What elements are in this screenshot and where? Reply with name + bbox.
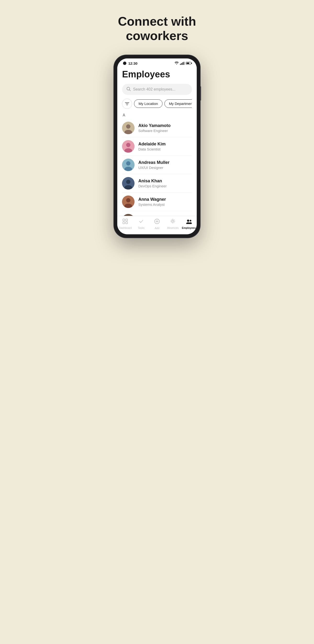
filter-my-location[interactable]: My Location (134, 100, 163, 108)
employee-item-adelaide-kim[interactable]: Adelaide Kim Data Scientist (122, 137, 192, 156)
nav-label-employees: Employees (182, 226, 196, 229)
avatar-andreas-muller (122, 158, 134, 171)
signal-icon (180, 62, 184, 65)
camera-dot (123, 62, 126, 65)
svg-line-1 (129, 90, 130, 91)
status-left: 12:30 (123, 61, 137, 66)
tasks-icon (139, 219, 144, 226)
employee-item-akio-yamamoto[interactable]: Akio Yamamoto Software Engineer (122, 119, 192, 137)
search-icon (126, 87, 131, 92)
search-placeholder: Search 402 employees... (133, 87, 175, 92)
employee-item-andreas-muller[interactable]: Andreas Muller UX/UI Designer (122, 156, 192, 174)
nav-label-dashboard: Dashboard (119, 226, 132, 229)
search-bar[interactable]: Search 402 employees... (122, 84, 192, 95)
svg-rect-27 (126, 219, 128, 221)
phone-shell: 12:30 (114, 55, 200, 238)
dashboard-icon (123, 219, 128, 226)
svg-line-39 (174, 222, 174, 222)
employee-item-anna-wagner[interactable]: Anna Wagner Systems Analyst (122, 192, 192, 211)
employee-role: UX/UI Designer (138, 166, 169, 170)
nav-tasks[interactable]: Tasks (134, 219, 148, 229)
absences-icon (170, 219, 176, 226)
svg-point-33 (172, 220, 174, 222)
employee-name: Anthony Weber (138, 216, 170, 216)
employee-info-anna-wagner: Anna Wagner Systems Analyst (138, 197, 166, 206)
svg-point-42 (187, 220, 189, 222)
add-icon (154, 218, 160, 226)
svg-point-45 (189, 222, 192, 224)
svg-point-9 (126, 143, 130, 147)
employee-role: Software Engineer (138, 129, 171, 133)
svg-point-20 (122, 214, 134, 216)
scrollable-content[interactable]: Employees Search 402 employees... (117, 67, 197, 216)
app-content: Employees Search 402 employees... (117, 67, 197, 216)
avatar-anthony-weber (122, 214, 134, 216)
employee-name: Akio Yamamoto (138, 123, 171, 128)
filter-icon-button[interactable] (122, 99, 132, 109)
nav-absences[interactable]: Absences (166, 219, 180, 229)
page-title: Employees (122, 69, 192, 80)
avatar-adelaide-kim (122, 140, 134, 152)
avatar-anisa-khan (122, 177, 134, 190)
phone-screen: 12:30 (117, 58, 197, 234)
svg-point-6 (126, 124, 130, 129)
employee-role: DevOps Engineer (138, 184, 167, 188)
svg-point-12 (126, 161, 130, 166)
employee-item-anthony-weber[interactable]: Anthony Weber Product Manager (122, 211, 192, 216)
employee-name: Adelaide Kim (138, 142, 166, 146)
employees-nav-icon (186, 219, 192, 226)
employee-info-adelaide-kim: Adelaide Kim Data Scientist (138, 142, 166, 151)
employee-item-anisa-khan[interactable]: Anisa Khan DevOps Engineer (122, 174, 192, 192)
svg-rect-29 (126, 222, 128, 224)
svg-line-40 (171, 222, 172, 222)
employee-name: Anna Wagner (138, 197, 166, 202)
section-letter-a: A (122, 113, 192, 118)
nav-dashboard[interactable]: Dashboard (118, 219, 132, 229)
battery-icon (186, 62, 191, 65)
svg-line-41 (174, 220, 174, 220)
employee-info-akio-yamamoto: Akio Yamamoto Software Engineer (138, 123, 171, 133)
employee-name: Andreas Muller (138, 160, 169, 165)
avatar-akio-yamamoto (122, 122, 134, 134)
employee-info-anisa-khan: Anisa Khan DevOps Engineer (138, 178, 167, 188)
hero-title: Connect with coworkers (111, 14, 203, 43)
svg-point-0 (127, 87, 130, 90)
status-icons (175, 62, 191, 65)
employee-role: Data Scientist (138, 147, 166, 151)
filter-my-department[interactable]: My Department (164, 100, 192, 108)
employee-info-andreas-muller: Andreas Muller UX/UI Designer (138, 160, 169, 170)
svg-point-15 (126, 180, 130, 184)
svg-point-44 (190, 220, 191, 222)
svg-point-18 (126, 198, 130, 202)
employee-role: Systems Analyst (138, 202, 166, 206)
bottom-nav: Dashboard Tasks Add (117, 216, 197, 234)
nav-label-tasks: Tasks (138, 226, 145, 229)
filter-row: My Location My Department My Team (122, 99, 192, 109)
nav-employees[interactable]: Employees (182, 219, 196, 229)
svg-line-38 (171, 220, 172, 220)
svg-rect-28 (123, 222, 125, 224)
svg-rect-26 (123, 219, 125, 221)
nav-label-add: Add (155, 227, 159, 230)
avatar-anna-wagner (122, 196, 134, 208)
nav-add[interactable]: Add (150, 218, 164, 230)
nav-label-absences: Absences (167, 226, 179, 229)
wifi-icon (175, 62, 179, 65)
employee-name: Anisa Khan (138, 178, 167, 184)
status-bar: 12:30 (117, 58, 197, 67)
employee-info-anthony-weber: Anthony Weber Product Manager (138, 216, 170, 216)
employee-list-a: Akio Yamamoto Software Engineer (122, 119, 192, 216)
status-time: 12:30 (128, 61, 137, 66)
